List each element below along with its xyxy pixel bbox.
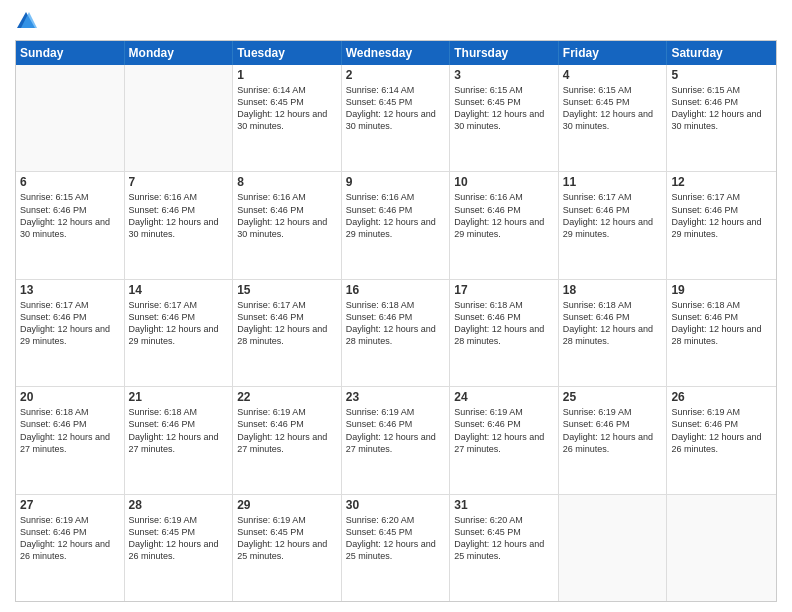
- calendar-cell: 26Sunrise: 6:19 AM Sunset: 6:46 PM Dayli…: [667, 387, 776, 493]
- calendar-cell: 30Sunrise: 6:20 AM Sunset: 6:45 PM Dayli…: [342, 495, 451, 601]
- day-number: 9: [346, 175, 446, 189]
- calendar-cell: 27Sunrise: 6:19 AM Sunset: 6:46 PM Dayli…: [16, 495, 125, 601]
- day-number: 27: [20, 498, 120, 512]
- day-number: 29: [237, 498, 337, 512]
- day-number: 24: [454, 390, 554, 404]
- day-info: Sunrise: 6:16 AM Sunset: 6:46 PM Dayligh…: [454, 191, 554, 240]
- day-number: 3: [454, 68, 554, 82]
- day-number: 21: [129, 390, 229, 404]
- day-number: 5: [671, 68, 772, 82]
- header: [15, 10, 777, 32]
- day-number: 22: [237, 390, 337, 404]
- calendar-cell: 22Sunrise: 6:19 AM Sunset: 6:46 PM Dayli…: [233, 387, 342, 493]
- logo: [15, 10, 41, 32]
- day-info: Sunrise: 6:17 AM Sunset: 6:46 PM Dayligh…: [563, 191, 663, 240]
- day-number: 8: [237, 175, 337, 189]
- day-info: Sunrise: 6:18 AM Sunset: 6:46 PM Dayligh…: [346, 299, 446, 348]
- calendar-cell: 18Sunrise: 6:18 AM Sunset: 6:46 PM Dayli…: [559, 280, 668, 386]
- day-number: 16: [346, 283, 446, 297]
- day-info: Sunrise: 6:20 AM Sunset: 6:45 PM Dayligh…: [346, 514, 446, 563]
- calendar-cell: 23Sunrise: 6:19 AM Sunset: 6:46 PM Dayli…: [342, 387, 451, 493]
- calendar-cell: 6Sunrise: 6:15 AM Sunset: 6:46 PM Daylig…: [16, 172, 125, 278]
- weekday-header: Friday: [559, 41, 668, 65]
- calendar-cell: 28Sunrise: 6:19 AM Sunset: 6:45 PM Dayli…: [125, 495, 234, 601]
- calendar-cell: 2Sunrise: 6:14 AM Sunset: 6:45 PM Daylig…: [342, 65, 451, 171]
- day-info: Sunrise: 6:19 AM Sunset: 6:45 PM Dayligh…: [129, 514, 229, 563]
- day-info: Sunrise: 6:19 AM Sunset: 6:46 PM Dayligh…: [20, 514, 120, 563]
- weekday-header: Sunday: [16, 41, 125, 65]
- day-info: Sunrise: 6:18 AM Sunset: 6:46 PM Dayligh…: [671, 299, 772, 348]
- day-number: 7: [129, 175, 229, 189]
- day-info: Sunrise: 6:15 AM Sunset: 6:46 PM Dayligh…: [20, 191, 120, 240]
- day-number: 17: [454, 283, 554, 297]
- calendar-cell: 7Sunrise: 6:16 AM Sunset: 6:46 PM Daylig…: [125, 172, 234, 278]
- day-info: Sunrise: 6:20 AM Sunset: 6:45 PM Dayligh…: [454, 514, 554, 563]
- page: SundayMondayTuesdayWednesdayThursdayFrid…: [0, 0, 792, 612]
- day-info: Sunrise: 6:17 AM Sunset: 6:46 PM Dayligh…: [20, 299, 120, 348]
- day-number: 25: [563, 390, 663, 404]
- calendar-row: 6Sunrise: 6:15 AM Sunset: 6:46 PM Daylig…: [16, 172, 776, 279]
- weekday-header: Wednesday: [342, 41, 451, 65]
- calendar-cell: 17Sunrise: 6:18 AM Sunset: 6:46 PM Dayli…: [450, 280, 559, 386]
- day-number: 13: [20, 283, 120, 297]
- calendar-cell: 14Sunrise: 6:17 AM Sunset: 6:46 PM Dayli…: [125, 280, 234, 386]
- day-info: Sunrise: 6:19 AM Sunset: 6:46 PM Dayligh…: [237, 406, 337, 455]
- day-info: Sunrise: 6:19 AM Sunset: 6:46 PM Dayligh…: [671, 406, 772, 455]
- calendar-cell: 15Sunrise: 6:17 AM Sunset: 6:46 PM Dayli…: [233, 280, 342, 386]
- day-info: Sunrise: 6:16 AM Sunset: 6:46 PM Dayligh…: [129, 191, 229, 240]
- day-info: Sunrise: 6:14 AM Sunset: 6:45 PM Dayligh…: [237, 84, 337, 133]
- day-number: 1: [237, 68, 337, 82]
- calendar-row: 27Sunrise: 6:19 AM Sunset: 6:46 PM Dayli…: [16, 495, 776, 601]
- calendar-cell: 24Sunrise: 6:19 AM Sunset: 6:46 PM Dayli…: [450, 387, 559, 493]
- calendar-cell: 5Sunrise: 6:15 AM Sunset: 6:46 PM Daylig…: [667, 65, 776, 171]
- day-info: Sunrise: 6:15 AM Sunset: 6:46 PM Dayligh…: [671, 84, 772, 133]
- day-number: 19: [671, 283, 772, 297]
- calendar-row: 20Sunrise: 6:18 AM Sunset: 6:46 PM Dayli…: [16, 387, 776, 494]
- day-info: Sunrise: 6:14 AM Sunset: 6:45 PM Dayligh…: [346, 84, 446, 133]
- calendar-cell: 25Sunrise: 6:19 AM Sunset: 6:46 PM Dayli…: [559, 387, 668, 493]
- day-number: 12: [671, 175, 772, 189]
- weekday-header: Monday: [125, 41, 234, 65]
- day-info: Sunrise: 6:17 AM Sunset: 6:46 PM Dayligh…: [129, 299, 229, 348]
- day-number: 28: [129, 498, 229, 512]
- calendar-cell: 9Sunrise: 6:16 AM Sunset: 6:46 PM Daylig…: [342, 172, 451, 278]
- calendar-header: SundayMondayTuesdayWednesdayThursdayFrid…: [16, 41, 776, 65]
- calendar-row: 1Sunrise: 6:14 AM Sunset: 6:45 PM Daylig…: [16, 65, 776, 172]
- day-number: 18: [563, 283, 663, 297]
- day-info: Sunrise: 6:18 AM Sunset: 6:46 PM Dayligh…: [454, 299, 554, 348]
- day-info: Sunrise: 6:15 AM Sunset: 6:45 PM Dayligh…: [454, 84, 554, 133]
- day-info: Sunrise: 6:18 AM Sunset: 6:46 PM Dayligh…: [563, 299, 663, 348]
- day-number: 31: [454, 498, 554, 512]
- calendar-cell: 20Sunrise: 6:18 AM Sunset: 6:46 PM Dayli…: [16, 387, 125, 493]
- calendar-cell: 19Sunrise: 6:18 AM Sunset: 6:46 PM Dayli…: [667, 280, 776, 386]
- weekday-header: Thursday: [450, 41, 559, 65]
- calendar-cell: 4Sunrise: 6:15 AM Sunset: 6:45 PM Daylig…: [559, 65, 668, 171]
- calendar: SundayMondayTuesdayWednesdayThursdayFrid…: [15, 40, 777, 602]
- calendar-cell: [125, 65, 234, 171]
- day-number: 26: [671, 390, 772, 404]
- calendar-cell: 31Sunrise: 6:20 AM Sunset: 6:45 PM Dayli…: [450, 495, 559, 601]
- day-info: Sunrise: 6:19 AM Sunset: 6:46 PM Dayligh…: [563, 406, 663, 455]
- day-number: 10: [454, 175, 554, 189]
- day-number: 23: [346, 390, 446, 404]
- day-number: 15: [237, 283, 337, 297]
- day-number: 6: [20, 175, 120, 189]
- day-number: 4: [563, 68, 663, 82]
- day-info: Sunrise: 6:17 AM Sunset: 6:46 PM Dayligh…: [671, 191, 772, 240]
- day-info: Sunrise: 6:16 AM Sunset: 6:46 PM Dayligh…: [346, 191, 446, 240]
- day-number: 2: [346, 68, 446, 82]
- day-info: Sunrise: 6:15 AM Sunset: 6:45 PM Dayligh…: [563, 84, 663, 133]
- calendar-cell: [667, 495, 776, 601]
- weekday-header: Tuesday: [233, 41, 342, 65]
- weekday-header: Saturday: [667, 41, 776, 65]
- day-number: 30: [346, 498, 446, 512]
- calendar-cell: 8Sunrise: 6:16 AM Sunset: 6:46 PM Daylig…: [233, 172, 342, 278]
- logo-icon: [15, 10, 37, 32]
- day-number: 11: [563, 175, 663, 189]
- calendar-row: 13Sunrise: 6:17 AM Sunset: 6:46 PM Dayli…: [16, 280, 776, 387]
- day-info: Sunrise: 6:17 AM Sunset: 6:46 PM Dayligh…: [237, 299, 337, 348]
- calendar-cell: 16Sunrise: 6:18 AM Sunset: 6:46 PM Dayli…: [342, 280, 451, 386]
- calendar-cell: [559, 495, 668, 601]
- day-info: Sunrise: 6:19 AM Sunset: 6:45 PM Dayligh…: [237, 514, 337, 563]
- day-info: Sunrise: 6:19 AM Sunset: 6:46 PM Dayligh…: [346, 406, 446, 455]
